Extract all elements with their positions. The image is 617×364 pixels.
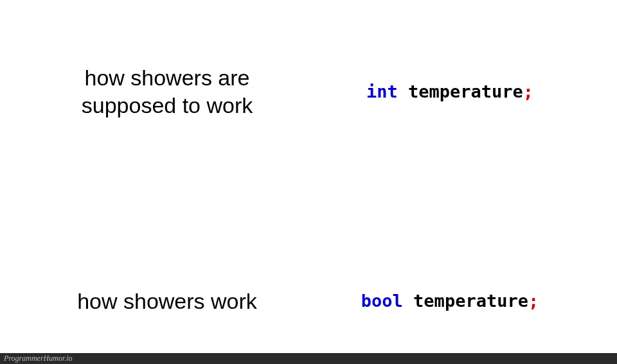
code-keyword: bool xyxy=(361,291,403,311)
code-keyword: int xyxy=(366,82,398,101)
code-semicolon: ; xyxy=(528,291,539,311)
watermark-text: ProgrammerHumor.io xyxy=(4,354,73,363)
meme-content: how showers are supposed to work int tem… xyxy=(0,0,617,353)
code-identifier: temperature xyxy=(413,291,528,311)
code-reality: bool temperature; xyxy=(308,291,591,311)
row-expectation: how showers are supposed to work int tem… xyxy=(26,64,591,119)
code-identifier: temperature xyxy=(408,82,523,101)
watermark-footer: ProgrammerHumor.io xyxy=(0,353,617,364)
caption-expectation: how showers are supposed to work xyxy=(26,64,308,119)
row-reality: how showers work bool temperature; xyxy=(26,288,591,315)
code-expectation: int temperature; xyxy=(308,82,591,101)
code-semicolon: ; xyxy=(523,82,533,101)
caption-reality: how showers work xyxy=(26,288,308,315)
